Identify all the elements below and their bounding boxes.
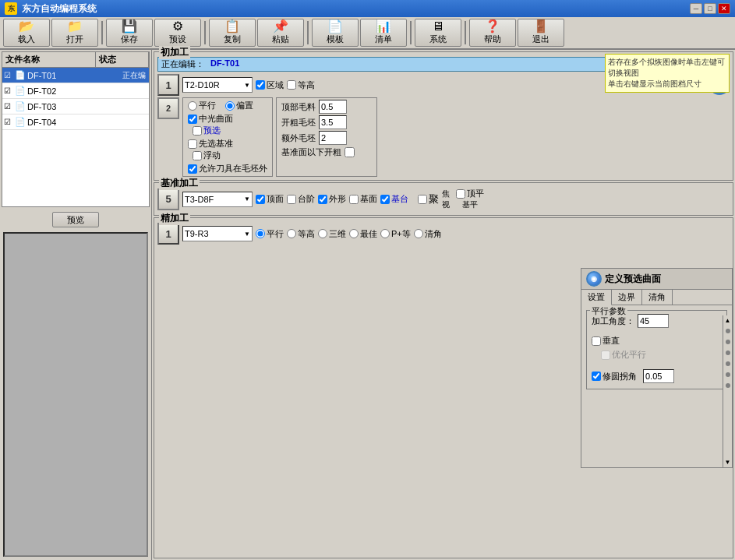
jingjia-row1: 1 T9-R3 ▼ 平行 等高 三维 最佳 <box>157 223 730 245</box>
file-checkbox-0[interactable]: ☑ <box>4 71 15 79</box>
copy-button[interactable]: 📋 复制 <box>209 19 256 47</box>
jingjia-tool-value: T9-R3 <box>185 229 209 238</box>
jichi-dropdown-arrow-icon: ▼ <box>244 195 250 203</box>
jingjia-pingxing-radio[interactable]: 平行 <box>256 228 284 240</box>
scroll-dot-4 <box>726 361 730 366</box>
preview-button[interactable]: 预览 <box>52 212 99 227</box>
file-checkbox-1[interactable]: ☑ <box>4 86 15 95</box>
config-content: 平行参数 加工角度： 垂直 <box>581 305 732 467</box>
chuji-quyu-checkbox[interactable]: 区域 <box>256 79 284 91</box>
fudong-checkbox[interactable]: 浮动 <box>193 150 267 161</box>
config-tab-settings[interactable]: 设置 <box>581 290 612 305</box>
parallel-params-label: 平行参数 <box>590 305 627 317</box>
chuji-step-button[interactable]: 1 <box>157 74 179 96</box>
rough-material-input[interactable] <box>319 115 347 129</box>
jichi-jujiao-checkbox[interactable]: 聚 <box>418 192 439 206</box>
fine-machining-group: 精加工 1 T9-R3 ▼ 平行 等高 三维 <box>154 217 733 558</box>
initial-machining-label: 初加工 <box>159 46 190 59</box>
scroll-dot-5 <box>726 372 730 377</box>
file-icon-1: 📄 <box>15 86 27 96</box>
allow-outside-checkbox[interactable]: 允许刀具在毛坯外 <box>188 163 267 174</box>
file-row-3[interactable]: ☑ 📄 DF-T04 <box>2 114 149 130</box>
toolbar: 📂 载入 📁 打开 💾 保存 ⚙ 预设 📋 复制 📌 粘贴 📄 模板 📊 清单 … <box>0 17 735 50</box>
jingjia-sanwei-radio[interactable]: 三维 <box>318 228 346 240</box>
jichi-jitai-checkbox[interactable]: 基台 <box>380 193 408 205</box>
save-button[interactable]: 💾 保存 <box>106 19 153 47</box>
maximize-button[interactable]: □ <box>704 3 716 14</box>
copy-label: 复制 <box>224 33 241 45</box>
pianyi-label: 偏置 <box>236 100 253 111</box>
preset-button[interactable]: ⚙ 预设 <box>154 19 201 47</box>
file-name-col-header: 文件名称 <box>2 52 96 67</box>
file-icon-2: 📄 <box>15 101 27 111</box>
chuji-step2-button[interactable]: 2 <box>157 97 179 119</box>
base-level-checkbox[interactable] <box>345 147 355 157</box>
load-button[interactable]: 📂 载入 <box>3 19 50 47</box>
config-tab-boundary[interactable]: 边界 <box>612 290 642 305</box>
optimize-checkbox[interactable]: 优化平行 <box>601 349 646 361</box>
file-row-2[interactable]: ☑ 📄 DF-T03 <box>2 99 149 114</box>
jingjia-pdeng-radio[interactable]: P+等 <box>380 228 411 240</box>
chuji-denggao-checkbox[interactable]: 等高 <box>287 79 315 91</box>
base-machining-label: 基准加工 <box>159 177 200 190</box>
file-checkbox-3[interactable]: ☑ <box>4 118 15 126</box>
toolbar-sep-1 <box>101 21 103 44</box>
extra-material-input[interactable] <box>319 131 347 145</box>
xianzhi-checkbox[interactable]: 先选基准 <box>188 138 267 150</box>
jingjia-qingjiao-radio[interactable]: 清角 <box>414 228 442 240</box>
jichi-dingmian-checkbox[interactable]: 顶面 <box>256 193 284 205</box>
angle-input[interactable] <box>638 314 669 328</box>
dropdown-arrow-icon: ▼ <box>244 82 250 89</box>
preset-label: 预设 <box>169 33 186 45</box>
chuji-tool-dropdown[interactable]: T2-D10R ▼ <box>182 77 253 93</box>
yixuan-checkbox[interactable]: 预选 <box>193 125 267 136</box>
chuji-pianyi-radio[interactable]: 偏置 <box>225 100 253 111</box>
jichi-pingping-checkbox[interactable]: 顶平 <box>456 188 484 199</box>
config-tab-clean[interactable]: 清角 <box>642 290 673 305</box>
scroll-up-icon[interactable]: ▲ <box>723 315 733 326</box>
jichi-step-button[interactable]: 5 <box>157 188 179 210</box>
zhongguang-checkbox[interactable]: 中光曲面 <box>188 113 267 125</box>
jingjia-tool-dropdown[interactable]: T9-R3 ▼ <box>182 226 253 241</box>
top-material-label: 顶部毛料 <box>281 101 316 113</box>
clear-button[interactable]: 📊 清单 <box>360 19 407 47</box>
minimize-button[interactable]: ─ <box>690 3 702 14</box>
file-row-0[interactable]: ☑ 📄 DF-T01 正在编 <box>2 68 149 83</box>
template-button[interactable]: 📄 模板 <box>312 19 359 47</box>
jingjia-step-button[interactable]: 1 <box>157 223 179 245</box>
file-list-header: 文件名称 状态 <box>2 51 150 67</box>
file-row-1[interactable]: ☑ 📄 DF-T02 <box>2 83 149 99</box>
jichi-taijie-checkbox[interactable]: 台阶 <box>287 193 315 205</box>
jichi-tool-dropdown[interactable]: T3-D8F ▼ <box>182 192 253 207</box>
template-icon: 📄 <box>327 20 343 33</box>
jichi-jujiao-label: 焦视 <box>442 188 450 210</box>
round-input[interactable] <box>643 369 674 383</box>
save-icon: 💾 <box>122 20 137 33</box>
chuji-pingxing-radio[interactable]: 平行 <box>188 100 216 111</box>
open-button[interactable]: 📁 打开 <box>51 19 98 47</box>
scroll-dot-3 <box>726 350 730 355</box>
jingjia-denggao-radio[interactable]: 等高 <box>287 228 315 240</box>
close-button[interactable]: ✕ <box>718 3 730 14</box>
help-button[interactable]: ❓ 帮助 <box>469 19 516 47</box>
jichi-jimian-checkbox[interactable]: 基面 <box>349 193 377 205</box>
editing-prefix: 正在编辑： <box>161 58 204 70</box>
help-label: 帮助 <box>484 33 501 45</box>
open-label: 打开 <box>66 33 83 45</box>
round-checkbox[interactable]: 修圆拐角 <box>592 371 637 382</box>
scroll-down-icon[interactable]: ▼ <box>723 457 733 467</box>
info-box: 若存在多个拟恢图像时单击左键可切换视图 单击右键显示当前图档尺寸 <box>605 54 730 93</box>
left-panel: 文件名称 状态 ☑ 📄 DF-T01 正在编 ☑ 📄 DF-T02 ☑ 📄 DF… <box>0 50 152 560</box>
top-material-input[interactable] <box>319 100 347 114</box>
param-row2: 开粗毛坯 <box>281 115 372 129</box>
jichi-step-icon: 5 <box>165 193 171 205</box>
jingjia-step-icon: 1 <box>165 228 171 240</box>
file-checkbox-2[interactable]: ☑ <box>4 102 15 111</box>
paste-button[interactable]: 📌 粘贴 <box>257 19 304 47</box>
exit-button[interactable]: 🚪 退出 <box>518 19 564 47</box>
system-button[interactable]: 🖥 系统 <box>415 19 461 47</box>
jingjia-zuijia-radio[interactable]: 最佳 <box>349 228 377 240</box>
jichi-waixing-checkbox[interactable]: 外形 <box>318 193 346 205</box>
file-status-0: 正在编 <box>122 70 147 81</box>
vertical-checkbox[interactable]: 垂直 <box>592 335 620 347</box>
